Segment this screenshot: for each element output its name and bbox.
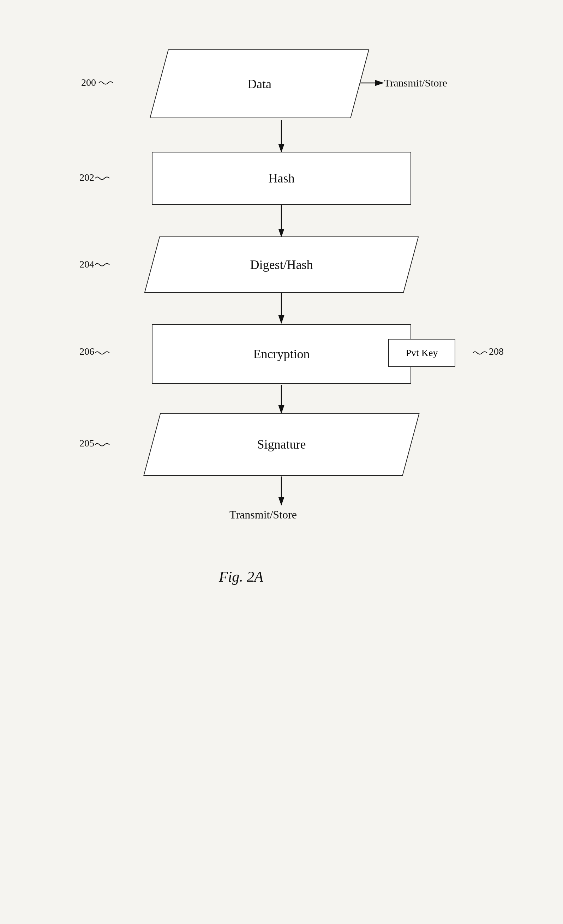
signature-node: Signature bbox=[143, 413, 420, 476]
pvt-key-label: Pvt Key bbox=[406, 347, 438, 358]
ref-208: 208 bbox=[489, 346, 504, 357]
transmit-store-bottom: Transmit/Store bbox=[230, 508, 297, 521]
figure-caption: Fig. 2A bbox=[219, 568, 263, 585]
pvt-key-node: Pvt Key bbox=[388, 339, 455, 367]
transmit-store-top: Transmit/Store bbox=[384, 77, 447, 89]
ref-204: 204 bbox=[80, 259, 94, 270]
data-label: Data bbox=[159, 50, 359, 117]
ref-202: 202 bbox=[80, 172, 94, 183]
ref-200: 200 bbox=[81, 77, 96, 88]
ref-205: 205 bbox=[80, 438, 94, 449]
hash-label: Hash bbox=[269, 171, 295, 186]
diagram-container: Data 200 Transmit/Store Hash 202 Digest/… bbox=[0, 14, 563, 924]
hash-node: Hash bbox=[152, 152, 411, 205]
digest-label: Digest/Hash bbox=[153, 237, 410, 292]
encryption-node: Encryption bbox=[152, 324, 411, 384]
digest-node: Digest/Hash bbox=[144, 237, 419, 293]
signature-label: Signature bbox=[153, 414, 410, 475]
encryption-label: Encryption bbox=[254, 346, 310, 362]
data-node: Data bbox=[150, 50, 369, 118]
ref-206: 206 bbox=[80, 346, 94, 357]
